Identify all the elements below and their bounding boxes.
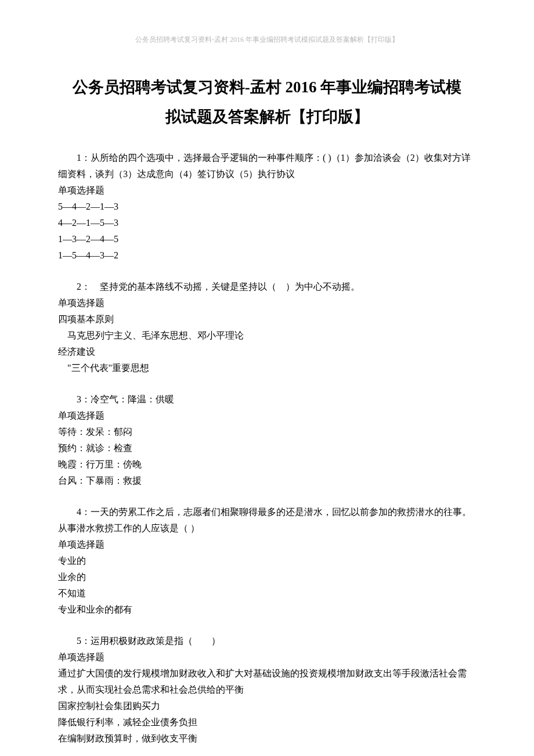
question-1: 1：从所给的四个选项中，选择最合乎逻辑的一种事件顺序：( )（1）参加洽谈会（2… (58, 150, 476, 264)
page-header: 公务员招聘考试复习资料-孟村 2016 年事业编招聘考试模拟试题及答案解析【打印… (58, 35, 476, 45)
option-a: 专业的 (58, 553, 476, 569)
option-b: 马克思列宁主义、毛泽东思想、邓小平理论 (58, 327, 476, 344)
option-a: 四项基本原则 (58, 311, 476, 327)
option-b: 国家控制社会集团购买力 (58, 698, 476, 714)
question-stem: 2： 坚持党的基本路线不动摇，关键是坚持以（ ）为中心不动摇。 (58, 279, 476, 295)
question-4: 4：一天的劳累工作之后，志愿者们相聚聊得最多的还是潜水，回忆以前参加的救捞潜水的… (58, 504, 476, 618)
question-type: 单项选择题 (58, 182, 476, 199)
option-d: 专业和业余的都有 (58, 602, 476, 618)
question-type: 单项选择题 (58, 408, 476, 424)
question-stem: 1：从所给的四个选项中，选择最合乎逻辑的一种事件顺序：( )（1）参加洽谈会（2… (58, 150, 476, 182)
question-type: 单项选择题 (58, 537, 476, 553)
question-stem: 5：运用积极财政政策是指（ ） (58, 633, 476, 649)
title-line-1: 公务员招聘考试复习资料-孟村 2016 年事业编招聘考试模 (58, 73, 476, 102)
option-a: 等待：发呆：郁闷 (58, 424, 476, 440)
option-b: 业余的 (58, 569, 476, 585)
option-c: 不知道 (58, 585, 476, 602)
option-b: 预约：就诊：检查 (58, 440, 476, 456)
option-d: 在编制财政预算时，做到收支平衡 (58, 730, 476, 747)
question-stem: 3：冷空气：降温：供暖 (58, 391, 476, 408)
option-a: 通过扩大国债的发行规模增加财政收入和扩大对基础设施的投资规模增加财政支出等手段激… (58, 665, 476, 698)
document-title: 公务员招聘考试复习资料-孟村 2016 年事业编招聘考试模 拟试题及答案解析【打… (58, 73, 476, 132)
question-stem: 4：一天的劳累工作之后，志愿者们相聚聊得最多的还是潜水，回忆以前参加的救捞潜水的… (58, 504, 476, 537)
option-d: "三个代表"重要思想 (58, 360, 476, 376)
option-c: 经济建设 (58, 344, 476, 360)
question-5: 5：运用积极财政政策是指（ ） 单项选择题 通过扩大国债的发行规模增加财政收入和… (58, 633, 476, 747)
option-b: 4—2—1—5—3 (58, 215, 476, 231)
page-container: 公务员招聘考试复习资料-孟村 2016 年事业编招聘考试模拟试题及答案解析【打印… (0, 0, 534, 756)
option-c: 晚霞：行万里：傍晚 (58, 456, 476, 473)
content-body: 1：从所给的四个选项中，选择最合乎逻辑的一种事件顺序：( )（1）参加洽谈会（2… (58, 150, 476, 756)
title-line-2: 拟试题及答案解析【打印版】 (58, 102, 476, 132)
option-d: 1—5—4—3—2 (58, 247, 476, 264)
question-type: 单项选择题 (58, 295, 476, 311)
question-2: 2： 坚持党的基本路线不动摇，关键是坚持以（ ）为中心不动摇。 单项选择题 四项… (58, 279, 476, 376)
question-3: 3：冷空气：降温：供暖 单项选择题 等待：发呆：郁闷 预约：就诊：检查 晚霞：行… (58, 391, 476, 489)
option-c: 1—3—2—4—5 (58, 231, 476, 247)
question-type: 单项选择题 (58, 649, 476, 665)
option-c: 降低银行利率，减轻企业债务负担 (58, 714, 476, 730)
option-a: 5—4—2—1—3 (58, 199, 476, 215)
option-d: 台风：下暴雨：救援 (58, 473, 476, 489)
